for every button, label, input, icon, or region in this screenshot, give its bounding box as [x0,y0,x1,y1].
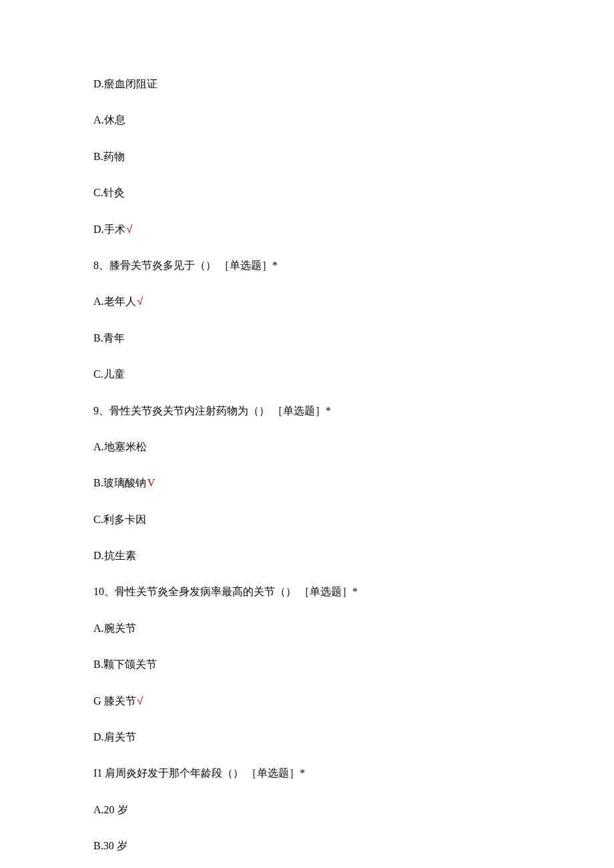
line-text: G 膝关节 [93,695,136,707]
text-line: A.腕关节 [93,621,521,636]
line-text: A.腕关节 [93,622,136,634]
text-line: B.颗下颌关节 [93,657,521,672]
line-text: D.瘀血闭阻证 [93,78,158,89]
line-text: 8、膝骨关节炎多见于（） ［单选题］* [93,260,278,271]
check-icon: √ [127,224,133,235]
document-page: D.瘀血闭阻证 A.休息 B.药物 C.针灸 D.手术√ 8、膝骨关节炎多见于（… [0,0,614,868]
text-line: B.青年 [93,331,521,346]
question-line: I1 肩周炎好发于那个年龄段（） ［单选题］* [93,766,521,781]
text-line: G 膝关节√ [93,694,521,709]
text-line: B.药物 [93,149,521,164]
text-line: A.地塞米松 [93,440,521,454]
line-text: B.玻璃酸钠 [93,477,146,488]
text-line: B.30 岁 [93,839,521,853]
text-line: A.20 岁 [93,803,521,817]
text-line: A.老年人√ [93,294,521,309]
question-line: 10、骨性关节炎全身发病率最高的关节（） ［单选题］* [93,584,521,599]
text-line: B.玻璃酸钠V [93,476,521,490]
text-line: D.瘀血闭阻证 [93,77,521,91]
text-line: D.肩关节 [93,730,521,745]
question-line: 9、骨性关节炎关节内注射药物为（） ［单选题］* [93,404,521,418]
line-text: 10、骨性关节炎全身发病率最高的关节（） ［单选题］* [93,586,358,597]
text-line: C.儿童 [93,367,521,382]
line-text: D.手术 [93,224,125,235]
text-line: D.抗生素 [93,548,521,563]
text-line: C.利多卡因 [93,512,521,527]
line-text: A.地塞米松 [93,441,147,452]
text-line: A.休息 [93,113,521,127]
line-text: A.20 岁 [93,804,128,815]
line-text: A.老年人 [93,296,136,307]
question-line: 8、膝骨关节炎多见于（） ［单选题］* [93,258,521,273]
check-icon: √ [137,296,143,307]
line-text: D.抗生素 [93,550,136,561]
line-text: D.肩关节 [93,731,136,743]
line-text: B.青年 [93,332,125,344]
line-text: B.颗下颌关节 [93,659,157,670]
line-text: I1 肩周炎好发于那个年龄段（） ［单选题］* [93,767,305,779]
line-text: C.针灸 [93,187,125,198]
check-icon: √ [137,695,143,707]
line-text: B.药物 [93,151,125,162]
line-text: A.休息 [93,114,125,125]
line-text: C.儿童 [93,368,125,380]
text-line: D.手术√ [93,222,521,237]
v-mark-icon: V [147,477,156,488]
line-text: C.利多卡因 [93,514,146,525]
text-line: C.针灸 [93,185,521,200]
line-text: 9、骨性关节炎关节内注射药物为（） ［单选题］* [93,405,331,416]
line-text: B.30 岁 [93,840,127,851]
